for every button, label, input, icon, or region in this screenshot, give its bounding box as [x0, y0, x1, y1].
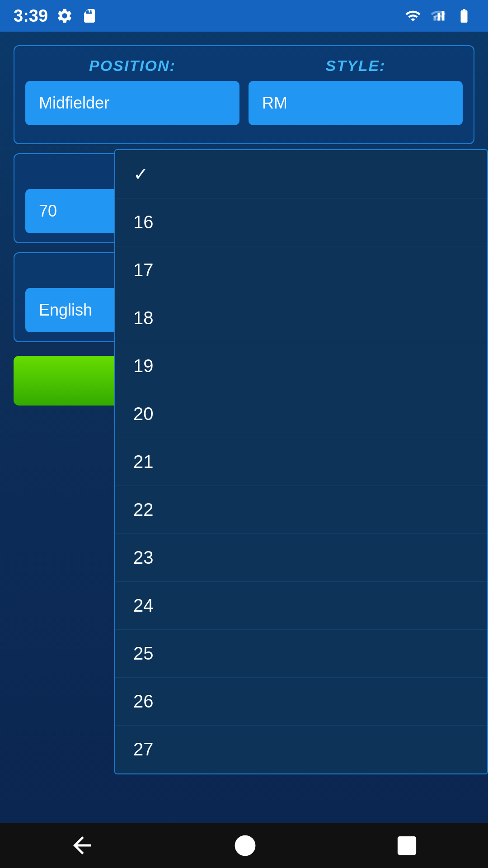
recents-icon [394, 833, 419, 858]
dropdown-item[interactable]: 17 [115, 246, 487, 294]
dropdown-item[interactable]: 21 [115, 438, 487, 486]
dropdown-item[interactable]: 16 [115, 198, 487, 246]
status-bar: 3:39 [0, 0, 488, 32]
home-icon [233, 833, 258, 858]
wifi-icon [403, 8, 423, 24]
back-button[interactable] [69, 832, 96, 859]
svg-rect-0 [442, 11, 445, 21]
nav-bar [0, 823, 488, 868]
dropdown-item[interactable]: 19 [115, 342, 487, 390]
dropdown-list: ✓ 161718192021222324252627 [114, 149, 488, 774]
status-right [403, 8, 474, 24]
back-icon [69, 832, 96, 859]
position-button[interactable]: Midfielder [25, 81, 239, 125]
check-icon: ✓ [133, 164, 149, 184]
svg-rect-4 [398, 836, 416, 854]
dropdown-item[interactable]: 26 [115, 678, 487, 726]
signal-icon [430, 8, 446, 24]
dropdown-item[interactable]: 18 [115, 294, 487, 342]
dropdown-item[interactable]: 25 [115, 630, 487, 678]
position-style-section: POSITION: Midfielder STYLE: RM [14, 45, 474, 144]
home-button[interactable] [233, 833, 258, 858]
svg-rect-1 [438, 13, 441, 21]
dropdown-item[interactable]: 20 [115, 390, 487, 438]
position-style-row: POSITION: Midfielder STYLE: RM [25, 57, 463, 125]
dropdown-item-check[interactable]: ✓ [115, 150, 487, 198]
position-label: POSITION: [25, 57, 239, 75]
sd-card-icon [81, 7, 98, 24]
dropdown-item[interactable]: 22 [115, 486, 487, 534]
style-label: STYLE: [249, 57, 463, 75]
recents-button[interactable] [394, 833, 419, 858]
style-col: STYLE: RM [249, 57, 463, 125]
gear-icon [56, 7, 73, 24]
dropdown-item[interactable]: 24 [115, 582, 487, 630]
dropdown-item[interactable]: 27 [115, 726, 487, 774]
status-left: 3:39 [14, 6, 98, 26]
dropdown-item[interactable]: 23 [115, 534, 487, 582]
svg-point-3 [235, 835, 256, 856]
svg-rect-2 [434, 16, 436, 21]
style-button[interactable]: RM [249, 81, 463, 125]
battery-icon [454, 8, 474, 24]
status-time: 3:39 [14, 6, 48, 26]
position-col: POSITION: Midfielder [25, 57, 239, 125]
